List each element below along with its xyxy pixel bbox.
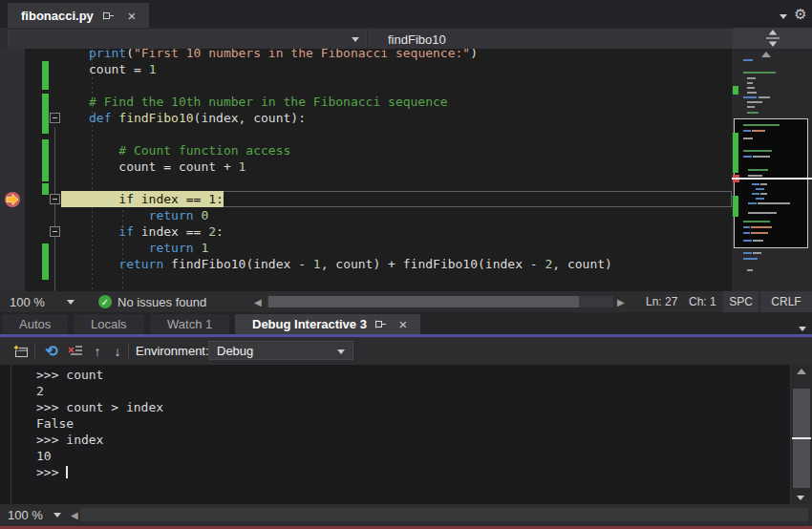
minimap-code-mark	[748, 175, 762, 177]
gear-icon[interactable]: ⚙	[793, 6, 808, 21]
minimap-code-mark	[747, 101, 762, 103]
code-line[interactable]: count = count + 1	[89, 159, 612, 175]
code-line[interactable]: print("First 10 numbers in the Fibonacci…	[89, 49, 612, 61]
code-line[interactable]: def findFibo10(index, count):	[89, 110, 612, 126]
history-previous-icon[interactable]: ↑	[88, 342, 107, 360]
scroll-left-icon[interactable]: ◀	[71, 510, 78, 520]
console-line[interactable]: >>>	[36, 464, 163, 480]
scroll-right-icon[interactable]: ▶	[617, 297, 625, 307]
new-interactive-window-icon[interactable]	[11, 342, 31, 360]
window-chevron-down-icon[interactable]	[776, 9, 791, 24]
scroll-up-icon[interactable]	[761, 52, 771, 57]
change-tracking-bar	[42, 139, 49, 181]
breakpoint-current-statement-icon[interactable]	[4, 191, 21, 208]
minimap-code-mark	[747, 87, 755, 89]
document-tab-title: fibonacci.py	[21, 9, 94, 23]
code-line[interactable]: count = 1	[89, 61, 612, 77]
panel-tab-locals[interactable]: Locals	[74, 314, 144, 334]
dropdown-arrow-icon[interactable]	[67, 300, 75, 305]
minimap-code-mark	[743, 156, 752, 158]
line-indicator: Ln: 27	[646, 295, 677, 308]
horizontal-scrollbar[interactable]	[267, 296, 613, 307]
scroll-up-icon[interactable]	[797, 369, 806, 374]
minimap-code-mark	[747, 112, 759, 114]
console-line[interactable]: 2	[36, 383, 163, 399]
minimap-code-mark	[743, 72, 776, 74]
close-icon[interactable]: ×	[395, 317, 411, 332]
issues-status[interactable]: No issues found	[118, 295, 206, 309]
vs-window: fibonacci.py × ⚙ findFibo10	[0, 0, 812, 529]
minimap-scrollbar[interactable]	[732, 49, 812, 291]
console-line[interactable]: >>> count	[36, 367, 163, 383]
minimap-code-mark	[743, 130, 751, 132]
environment-dropdown[interactable]: Debug	[208, 341, 353, 360]
line-ending-indicator[interactable]: CRLF	[760, 291, 812, 312]
breakpoint-gutter[interactable]	[0, 49, 25, 291]
code-line[interactable]	[89, 272, 612, 288]
scroll-down-icon[interactable]	[797, 496, 804, 500]
panel-tab-autos[interactable]: Autos	[2, 314, 68, 334]
panel-tab-label: Autos	[19, 317, 51, 331]
minimap-change-bar	[733, 196, 738, 217]
horizontal-scrollbar-thumb[interactable]	[268, 296, 579, 307]
history-next-icon[interactable]: ↓	[108, 342, 127, 360]
horizontal-scrollbar[interactable]	[80, 508, 808, 521]
code-line[interactable]	[89, 77, 612, 94]
close-icon[interactable]: ×	[124, 8, 139, 23]
code-line[interactable]: return 1	[89, 240, 612, 256]
code-line[interactable]: return 0	[89, 207, 612, 223]
environment-value: Debug	[217, 344, 253, 358]
code-line[interactable]: # Count function access	[89, 142, 612, 159]
minimap-code-mark	[758, 202, 790, 204]
editor-zoom-select[interactable]: 100 %	[10, 295, 45, 309]
minimap-code-mark	[743, 150, 772, 152]
panel-tab-label: Watch 1	[167, 317, 212, 331]
minimap-current-line-mark	[732, 178, 812, 180]
console-line[interactable]: >>> index	[36, 432, 163, 448]
panel-chevron-down-icon[interactable]	[795, 321, 810, 336]
member-dropdown[interactable]: findFibo10	[369, 30, 751, 50]
code-line[interactable]	[89, 175, 612, 191]
code-editor[interactable]: print("First 10 numbers in the Fibonacci…	[0, 49, 812, 291]
code-line[interactable]: return findFibo10(index - 1, count) + fi…	[89, 256, 612, 272]
code-line[interactable]: if index == 1:	[89, 191, 612, 207]
spaces-indicator[interactable]: SPC	[723, 291, 759, 312]
fold-marker[interactable]	[50, 194, 60, 204]
scope-dropdown[interactable]	[8, 30, 367, 50]
code-line[interactable]	[89, 126, 612, 142]
console-vertical-scrollbar[interactable]	[790, 365, 812, 504]
console-margin-line	[11, 365, 11, 504]
minimap-code-mark	[756, 198, 764, 200]
dropdown-arrow-icon[interactable]	[53, 513, 61, 518]
reset-icon[interactable]: ⟲	[42, 342, 61, 360]
console-line[interactable]: >>> count > index	[36, 399, 163, 415]
code-line[interactable]: if index == 2:	[89, 223, 612, 240]
minimap-code-mark	[743, 226, 750, 228]
code-line[interactable]: # Find the 10th number in the Fibonacci …	[89, 94, 612, 110]
minimap-code-mark	[752, 183, 759, 185]
panel-tab-watch-1[interactable]: Watch 1	[150, 314, 229, 334]
debug-interactive-console[interactable]: >>> count2>>> count > indexFalse>>> inde…	[0, 365, 812, 504]
environment-label: Environment:	[136, 344, 209, 358]
minimap-code-mark	[759, 96, 770, 98]
minimap-code-mark	[747, 77, 756, 79]
document-tab-fibonacci[interactable]: fibonacci.py ×	[8, 3, 149, 28]
editor-status-bar: 100 % ✓ No issues found ◀ ▶ Ln: 27 Ch: 1…	[0, 291, 812, 312]
fold-marker[interactable]	[50, 226, 60, 237]
console-line[interactable]: False	[36, 415, 163, 432]
fold-connector-line	[54, 127, 55, 291]
split-editor-button[interactable]	[733, 28, 812, 49]
document-tab-bar: fibonacci.py × ⚙	[0, 0, 812, 28]
fold-marker[interactable]	[50, 113, 60, 123]
minimap-code-mark	[752, 193, 759, 195]
minimap-code-mark	[748, 202, 757, 204]
change-tracking-bar	[42, 183, 49, 195]
console-line[interactable]: 10	[36, 448, 163, 464]
scroll-left-icon[interactable]: ◀	[254, 297, 262, 307]
pin-icon[interactable]	[101, 8, 117, 23]
pin-icon[interactable]	[374, 317, 389, 332]
panel-tab-debug-interactive-3[interactable]: Debug Interactive 3×	[235, 314, 420, 334]
console-zoom-select[interactable]: 100 %	[8, 508, 43, 522]
code-lines: print("First 10 numbers in the Fibonacci…	[89, 49, 612, 288]
clear-screen-icon[interactable]	[65, 342, 84, 360]
